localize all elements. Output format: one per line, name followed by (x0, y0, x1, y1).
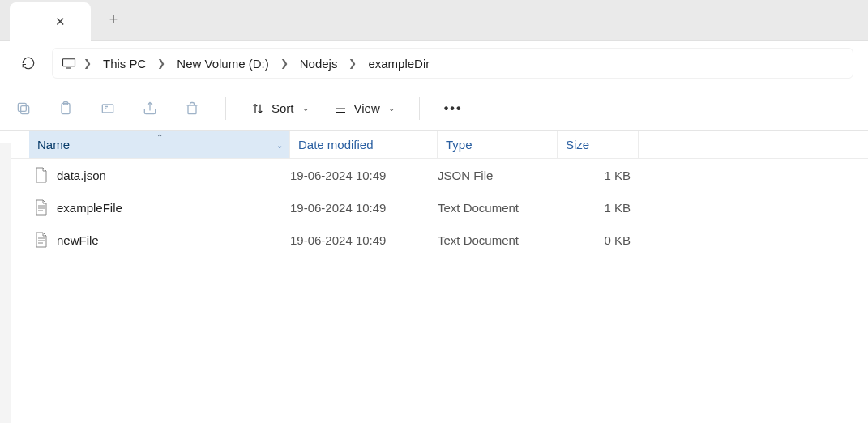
delete-icon[interactable] (183, 100, 201, 118)
rename-icon[interactable] (99, 100, 117, 118)
file-list: data.json 19-06-2024 10:49 JSON File 1 K… (0, 159, 868, 256)
chevron-right-icon: ❯ (83, 58, 92, 69)
toolbar-group-actions (15, 100, 201, 118)
paste-icon[interactable] (57, 100, 75, 118)
column-label: Type (446, 138, 472, 152)
file-name: exampleFile (57, 201, 122, 215)
cell-date: 19-06-2024 10:49 (290, 169, 438, 182)
column-header-date[interactable]: Date modified (290, 131, 438, 158)
cell-size: 1 KB (558, 201, 639, 215)
sort-icon (250, 101, 265, 116)
cell-date: 19-06-2024 10:49 (290, 233, 438, 247)
toolbar-divider (225, 97, 226, 120)
text-file-icon (34, 199, 49, 216)
table-row[interactable]: newFile 19-06-2024 10:49 Text Document 0… (0, 224, 868, 256)
svg-rect-2 (18, 103, 26, 111)
cell-name: data.json (34, 167, 290, 183)
view-button[interactable]: View ⌄ (333, 101, 395, 116)
toolbar: Sort ⌄ View ⌄ ••• (0, 86, 868, 131)
cell-type: Text Document (438, 201, 558, 215)
chevron-down-icon[interactable]: ⌄ (276, 140, 283, 149)
svg-rect-5 (102, 105, 113, 113)
tab-strip: ✕ + (0, 0, 868, 41)
svg-rect-1 (21, 105, 29, 113)
view-label: View (354, 101, 380, 115)
svg-rect-6 (188, 105, 196, 113)
active-tab[interactable]: ✕ (10, 2, 91, 41)
more-button[interactable]: ••• (444, 101, 463, 116)
column-label: Name (37, 138, 70, 152)
share-icon[interactable] (141, 100, 159, 118)
toolbar-divider (419, 97, 420, 120)
file-icon (34, 167, 49, 183)
chevron-right-icon: ❯ (157, 58, 165, 69)
sort-label: Sort (272, 101, 294, 115)
breadcrumb-item[interactable]: This PC (98, 53, 151, 74)
cell-size: 1 KB (558, 169, 639, 182)
chevron-right-icon: ❯ (280, 58, 289, 69)
more-icon: ••• (444, 101, 463, 116)
breadcrumb-item[interactable]: exampleDir (363, 53, 434, 74)
column-header-size[interactable]: Size (558, 131, 639, 158)
breadcrumb-item[interactable]: New Volume (D:) (172, 53, 273, 74)
text-file-icon (34, 232, 49, 248)
cell-type: JSON File (438, 169, 558, 182)
refresh-icon (21, 56, 36, 70)
view-icon (333, 101, 348, 116)
column-label: Size (566, 138, 589, 152)
column-header-type[interactable]: Type (438, 131, 558, 158)
cell-name: newFile (34, 232, 290, 248)
table-row[interactable]: data.json 19-06-2024 10:49 JSON File 1 K… (0, 159, 868, 191)
table-row[interactable]: exampleFile 19-06-2024 10:49 Text Docume… (0, 191, 868, 224)
copy-icon[interactable] (15, 100, 32, 118)
breadcrumb[interactable]: ❯ This PC ❯ New Volume (D:) ❯ Nodejs ❯ e… (52, 48, 853, 79)
cell-date: 19-06-2024 10:49 (290, 201, 438, 215)
address-bar-row: ❯ This PC ❯ New Volume (D:) ❯ Nodejs ❯ e… (0, 41, 868, 86)
column-header-name[interactable]: Name ⌃ ⌄ (29, 131, 290, 158)
breadcrumb-item[interactable]: Nodejs (295, 53, 343, 74)
refresh-button[interactable] (15, 49, 42, 77)
scrollbar-track[interactable] (0, 143, 11, 423)
sort-asc-icon: ⌃ (156, 133, 163, 142)
sort-button[interactable]: Sort ⌄ (250, 101, 309, 116)
chevron-down-icon: ⌄ (388, 104, 395, 113)
file-name: newFile (57, 233, 99, 247)
cell-type: Text Document (438, 233, 558, 247)
file-name: data.json (57, 169, 106, 182)
column-label: Date modified (298, 138, 374, 152)
cell-size: 0 KB (558, 233, 639, 247)
close-tab-button[interactable]: ✕ (50, 12, 70, 32)
column-headers: Name ⌃ ⌄ Date modified Type Size (0, 131, 868, 159)
new-tab-button[interactable]: + (97, 4, 130, 36)
chevron-down-icon: ⌄ (302, 104, 309, 113)
this-pc-icon (61, 58, 77, 69)
chevron-right-icon: ❯ (348, 58, 357, 69)
cell-name: exampleFile (34, 199, 290, 216)
svg-rect-0 (63, 59, 75, 66)
